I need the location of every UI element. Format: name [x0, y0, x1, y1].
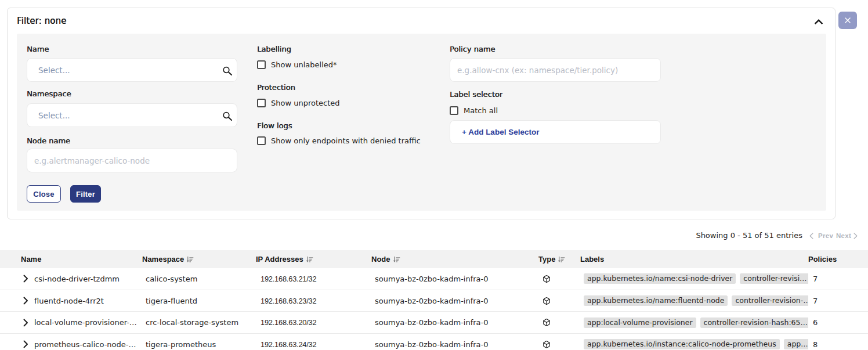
policy-name-input[interactable]: e.g.allow-cnx (ex: namespace/tier.policy…: [450, 58, 661, 82]
column-header-ip-addresses[interactable]: IP Addresses: [256, 255, 371, 264]
denied-traffic-checkbox[interactable]: [257, 136, 266, 145]
show-unlabelled-label: Show unlabelled*: [271, 60, 337, 69]
workload-endpoint-icon: [542, 318, 551, 327]
endpoint-namespace: tigera-prometheus: [142, 340, 256, 349]
label-pill: app.kubernetes.io/instance:calico-node-p…: [584, 339, 780, 349]
table-row[interactable]: prometheus-calico-node-… tigera-promethe…: [0, 334, 868, 350]
endpoint-ip: 192.168.63.20/32: [256, 318, 371, 327]
match-all-label: Match all: [464, 106, 498, 115]
collapse-filter-button[interactable]: [811, 13, 827, 30]
column-header-label: Labels: [580, 255, 604, 264]
workload-endpoint-icon: [542, 340, 551, 349]
column-header-label: Namespace: [142, 255, 184, 264]
policy-name-label: Policy name: [450, 45, 495, 53]
show-unlabelled-checkbox[interactable]: [257, 60, 266, 69]
endpoint-policies-count: 8: [808, 340, 868, 349]
endpoint-type-cell: [538, 340, 580, 349]
table-meta: Showing 0 - 51 of 51 entries Prev Next: [0, 231, 868, 241]
column-header-node[interactable]: Node: [371, 255, 538, 264]
name-select[interactable]: Select...: [27, 58, 237, 82]
entries-summary: Showing 0 - 51 of 51 entries: [696, 231, 802, 240]
label-pill: app.kubernetes.io/name:csi-node-driver: [584, 273, 736, 284]
expand-row-icon[interactable]: [23, 297, 28, 305]
namespace-select[interactable]: Select...: [27, 103, 237, 127]
table-row[interactable]: fluentd-node-4rr2t tigera-fluentd 192.16…: [0, 290, 868, 312]
table-row[interactable]: local-volume-provisioner-… crc-local-sto…: [0, 312, 868, 334]
label-selector-label: Label selector: [450, 90, 502, 99]
column-header-policies: Policies: [808, 255, 868, 264]
show-unprotected-label: Show unprotected: [271, 99, 340, 107]
chevron-up-icon: [815, 17, 823, 26]
filter-panel: Filter: none Name Select... Namespace Se…: [7, 8, 836, 219]
filter-form: Name Select... Namespace Select... Node …: [17, 34, 826, 211]
endpoint-ip: 192.168.63.23/32: [256, 297, 371, 305]
show-unlabelled-row: Show unlabelled*: [257, 60, 337, 69]
show-unprotected-checkbox[interactable]: [257, 99, 266, 107]
endpoint-type-cell: [538, 275, 580, 283]
sort-icon: [393, 256, 400, 263]
expand-row-icon[interactable]: [23, 340, 28, 348]
column-header-type[interactable]: Type: [538, 255, 580, 264]
filter-button[interactable]: Filter: [70, 185, 101, 203]
endpoint-name-cell: fluentd-node-4rr2t: [0, 297, 142, 305]
show-unprotected-row: Show unprotected: [257, 99, 340, 107]
endpoint-policies-count: 6: [808, 318, 868, 327]
expand-row-icon[interactable]: [23, 319, 28, 327]
label-pill: app.…: [784, 339, 808, 349]
chevron-right-icon[interactable]: [853, 233, 858, 239]
sort-icon: [187, 256, 194, 263]
endpoint-name: prometheus-calico-node-…: [34, 340, 136, 349]
denied-traffic-label: Show only endpoints with denied traffic: [271, 136, 421, 145]
prev-button[interactable]: Prev: [818, 232, 833, 239]
endpoint-name-cell: csi-node-driver-tzdmm: [0, 275, 142, 283]
endpoint-policies-count: 7: [808, 275, 868, 283]
endpoint-node: soumya-bz-0zbo-kadm-infra-0: [371, 275, 538, 283]
endpoint-node: soumya-bz-0zbo-kadm-infra-0: [371, 318, 538, 327]
endpoint-name: fluentd-node-4rr2t: [34, 297, 104, 305]
column-header-labels: Labels: [580, 255, 808, 264]
endpoint-ip: 192.168.63.21/32: [256, 275, 371, 283]
endpoint-name: csi-node-driver-tzdmm: [34, 275, 120, 283]
column-header-label: Type: [538, 255, 555, 264]
add-label-selector-button[interactable]: + Add Label Selector: [450, 120, 661, 144]
endpoint-labels-cell: app.kubernetes.io/name:csi-node-driver c…: [580, 273, 808, 284]
match-all-row: Match all: [450, 106, 498, 115]
endpoint-namespace: calico-system: [142, 275, 256, 283]
search-icon: [222, 65, 233, 78]
flow-logs-label: Flow logs: [257, 121, 292, 130]
dismiss-filter-button[interactable]: [838, 12, 857, 29]
endpoint-name: local-volume-provisioner-…: [34, 318, 137, 327]
endpoint-labels-cell: app.kubernetes.io/name:fluentd-node cont…: [580, 295, 808, 306]
label-pill: controller-revision-…: [732, 295, 808, 306]
match-all-checkbox[interactable]: [450, 106, 458, 115]
policy-name-placeholder: e.g.allow-cnx (ex: namespace/tier.policy…: [457, 66, 618, 75]
workload-endpoint-icon: [542, 297, 551, 305]
node-name-label: Node name: [27, 136, 70, 145]
column-header-name[interactable]: Name: [0, 255, 142, 264]
label-pill: app.kubernetes.io/name:fluentd-node: [584, 295, 728, 306]
denied-traffic-row: Show only endpoints with denied traffic: [257, 136, 421, 145]
endpoint-name-cell: prometheus-calico-node-…: [0, 340, 142, 349]
namespace-select-placeholder: Select...: [38, 111, 70, 120]
column-header-label: Name: [21, 255, 41, 264]
node-name-input[interactable]: e.g.alertmanager-calico-node: [27, 149, 237, 172]
table-row[interactable]: csi-node-driver-tzdmm calico-system 192.…: [0, 268, 868, 290]
namespace-label: Namespace: [27, 89, 71, 98]
column-header-namespace[interactable]: Namespace: [142, 255, 256, 264]
column-header-label: IP Addresses: [256, 255, 303, 264]
endpoint-namespace: crc-local-storage-system: [142, 318, 256, 327]
endpoint-type-cell: [538, 297, 580, 305]
label-pill: controller-revision-hash:65…: [700, 317, 808, 328]
sort-icon: [306, 256, 313, 263]
next-button[interactable]: Next: [836, 232, 851, 239]
column-header-label: Policies: [808, 255, 837, 264]
name-label: Name: [27, 45, 49, 53]
endpoint-ip: 192.168.63.24/32: [256, 340, 371, 349]
chevron-left-icon[interactable]: [809, 233, 813, 239]
column-header-label: Node: [371, 255, 390, 264]
endpoint-type-cell: [538, 318, 580, 327]
expand-row-icon[interactable]: [23, 275, 28, 283]
endpoint-node: soumya-bz-0zbo-kadm-infra-0: [371, 297, 538, 305]
close-button[interactable]: Close: [27, 185, 61, 203]
sort-icon: [558, 256, 565, 263]
